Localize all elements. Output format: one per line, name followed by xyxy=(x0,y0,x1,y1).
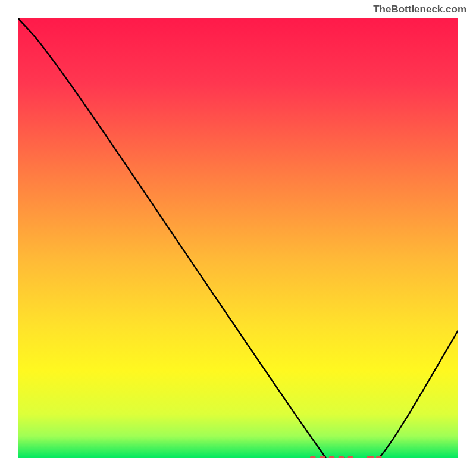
chart-background xyxy=(18,18,458,458)
watermark-label: TheBottleneck.com xyxy=(373,4,466,15)
chart-svg xyxy=(18,18,458,458)
chart-area xyxy=(18,18,458,458)
